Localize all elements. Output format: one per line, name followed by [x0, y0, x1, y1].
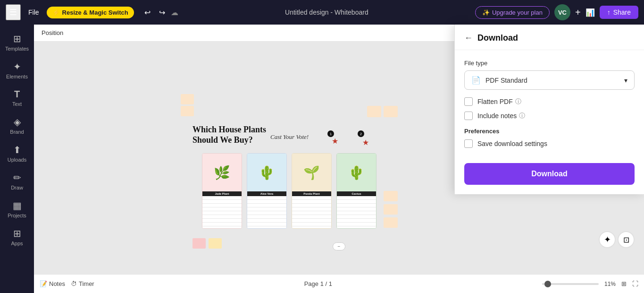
panda-image: 🌱: [292, 154, 331, 191]
sidebar-item-elements[interactable]: ✦ Elements: [0, 56, 34, 84]
whiteboard-design: Which House Plants Should We Buy? Cast Y…: [188, 63, 405, 252]
sidebar-item-uploads[interactable]: ⬆ Uploads: [0, 139, 34, 167]
sidebar-item-brand[interactable]: ◈ Brand: [0, 112, 34, 139]
position-label: Position: [42, 29, 63, 36]
plant-card-jade: 🌿 Jade Plant: [202, 153, 242, 229]
undo-button[interactable]: ↩: [142, 6, 153, 19]
file-type-select[interactable]: 📄 PDF Standard ▾: [464, 70, 635, 90]
notes-button[interactable]: 📝 Notes: [40, 280, 65, 287]
sidebar-label-uploads: Uploads: [8, 157, 26, 163]
sidebar: ⊞ Templates ✦ Elements T Text ◈ Brand ⬆ …: [0, 25, 34, 293]
ai-assistant-button[interactable]: ✦: [599, 231, 616, 248]
cactus-body: [337, 196, 376, 229]
design-title: Untitled design - Whiteboard: [182, 9, 471, 16]
sticky-note-2: [384, 106, 398, 117]
cactus-label: Cactus: [337, 191, 376, 196]
screen-reader-button[interactable]: ⊡: [618, 231, 635, 248]
sidebar-item-templates[interactable]: ⊞ Templates: [0, 28, 34, 56]
share-icon: ↑: [607, 9, 611, 16]
add-collaborator-button[interactable]: +: [575, 7, 581, 18]
flatten-pdf-row: Flatten PDF ⓘ: [464, 97, 635, 106]
collapse-icon: −: [338, 244, 341, 249]
flatten-pdf-checkbox[interactable]: [464, 97, 473, 106]
jade-plant-label: Jade Plant: [202, 191, 242, 196]
sidebar-item-draw[interactable]: ✏ Draw: [0, 167, 34, 195]
redo-button[interactable]: ↪: [156, 6, 168, 19]
projects-icon: ▦: [13, 200, 22, 211]
dropdown-icon: ▾: [624, 77, 627, 84]
include-notes-checkbox[interactable]: [464, 112, 473, 120]
fullscreen-button[interactable]: ⛶: [632, 280, 638, 287]
topbar: ☰ File ⚡ Resize & Magic Switch ↩ ↪ ☁ Unt…: [0, 0, 644, 25]
sticky-note-bottom-2: [209, 238, 222, 249]
magic-switch-button[interactable]: ⚡ Resize & Magic Switch: [47, 7, 134, 18]
badge-2: 2: [358, 130, 364, 137]
panda-label: Panda Plant: [292, 191, 331, 196]
plant-card-panda: 🌱 Panda Plant: [292, 153, 332, 229]
panda-body: [292, 196, 331, 229]
notes-label: Notes: [49, 280, 65, 287]
panel-body: File type 📄 PDF Standard ▾ Flatten PDF ⓘ…: [455, 50, 644, 194]
text-icon: T: [14, 89, 20, 100]
brand-icon: ◈: [14, 116, 21, 128]
download-button[interactable]: Download: [464, 163, 635, 185]
file-type-value: PDF Standard: [485, 77, 527, 84]
save-settings-checkbox[interactable]: [464, 139, 473, 148]
analytics-icon[interactable]: 📊: [585, 8, 595, 17]
wb-title: Which House Plants Should We Buy?: [192, 125, 266, 145]
sidebar-label-elements: Elements: [6, 74, 28, 79]
save-settings-row: Save download settings: [464, 139, 635, 148]
share-button[interactable]: ↑ Share: [600, 6, 638, 19]
sidebar-label-draw: Draw: [11, 185, 23, 190]
grid-view-button[interactable]: ⊞: [621, 280, 627, 287]
upgrade-icon: ✨: [482, 9, 490, 16]
upgrade-button[interactable]: ✨ Upgrade your plan: [475, 6, 550, 19]
timer-icon: ⏱: [71, 280, 77, 287]
jade-plant-body: [202, 196, 242, 229]
timer-button[interactable]: ⏱ Timer: [71, 280, 94, 287]
panel-header: ← Download: [455, 25, 644, 50]
fullscreen-icon: ⛶: [632, 280, 638, 287]
screen-icon: ⊡: [623, 235, 629, 244]
include-notes-row: Include notes ⓘ: [464, 112, 635, 120]
include-notes-info-icon[interactable]: ⓘ: [519, 112, 525, 120]
file-menu-button[interactable]: File: [25, 7, 43, 18]
sidebar-item-text[interactable]: T Text: [0, 84, 34, 112]
star-icon-2: ★: [362, 138, 369, 147]
sticky-note-1: [367, 106, 381, 117]
menu-button[interactable]: ☰: [6, 4, 21, 20]
file-type-select-inner: 📄 PDF Standard: [471, 76, 527, 85]
preferences-section: Preferences Save download settings: [464, 128, 635, 148]
plant-card-aloe: 🌵 Aloe Vera: [247, 153, 287, 229]
sidebar-item-projects[interactable]: ▦ Projects: [0, 195, 34, 223]
sticky-note-bottom-1: [192, 238, 206, 249]
share-label: Share: [613, 9, 631, 16]
sidebar-label-brand: Brand: [10, 129, 24, 135]
include-notes-label: Include notes ⓘ: [477, 112, 525, 120]
topbar-left: ☰ File ⚡ Resize & Magic Switch: [6, 4, 134, 20]
magic-switch-label: Resize & Magic Switch: [62, 9, 128, 16]
uploads-icon: ⬆: [13, 144, 21, 155]
flatten-pdf-info-icon[interactable]: ⓘ: [515, 97, 521, 106]
collapse-handle[interactable]: −: [333, 242, 346, 250]
zoom-slider[interactable]: [542, 283, 599, 285]
draw-icon: ✏: [13, 172, 21, 183]
page-info: Page 1 / 1: [304, 280, 332, 287]
sticky-note-3: [384, 191, 398, 201]
sidebar-item-apps[interactable]: ⊞ Apps: [0, 223, 34, 251]
apps-icon: ⊞: [13, 228, 21, 239]
save-settings-text: Save download settings: [477, 140, 547, 147]
include-notes-text: Include notes: [477, 112, 517, 120]
avatar[interactable]: VC: [554, 4, 570, 20]
bottom-bar: 📝 Notes ⏱ Timer Page 1 / 1 11% ⊞ ⛶: [34, 274, 644, 293]
sticky-note-5: [384, 217, 398, 228]
panel-back-button[interactable]: ←: [464, 33, 473, 43]
topbar-right: ✨ Upgrade your plan VC + 📊 ↑ Share: [475, 4, 638, 20]
file-type-label: File type: [464, 60, 635, 67]
badge-1: 1: [327, 130, 334, 137]
bottom-right: 11% ⊞ ⛶: [542, 280, 638, 287]
timer-label: Timer: [79, 280, 94, 287]
star-icon-1: ★: [332, 137, 338, 146]
sticky-note-top-2: [181, 106, 194, 116]
sidebar-label-templates: Templates: [5, 46, 29, 52]
